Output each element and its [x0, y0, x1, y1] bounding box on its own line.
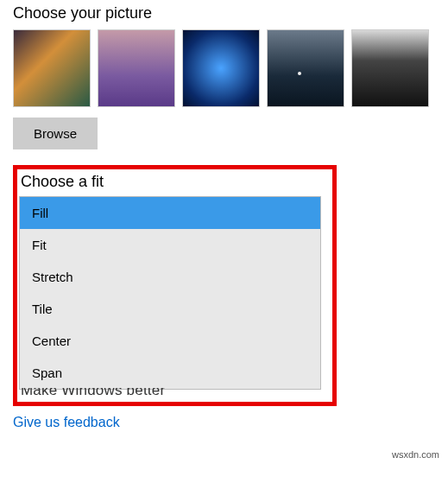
wallpaper-thumb-1[interactable] [13, 29, 91, 107]
watermark-text: wsxdn.com [392, 449, 439, 460]
wallpaper-thumb-2[interactable] [98, 29, 175, 107]
fit-option-fit[interactable]: Fit [20, 229, 320, 261]
fit-section-highlight: Choose a fit Fill Fit Stretch Tile Cente… [13, 165, 337, 406]
feedback-link[interactable]: Give us feedback [13, 415, 120, 430]
fit-option-fill[interactable]: Fill [20, 197, 320, 229]
fit-option-tile[interactable]: Tile [20, 293, 320, 325]
browse-button[interactable]: Browse [13, 118, 98, 149]
wallpaper-thumbnails [13, 29, 435, 107]
fit-option-center[interactable]: Center [20, 325, 320, 357]
choose-picture-title: Choose your picture [13, 4, 435, 22]
wallpaper-thumb-5[interactable] [351, 29, 429, 107]
obscured-heading: Make Windows better [19, 388, 331, 400]
fit-option-span[interactable]: Span [20, 357, 320, 389]
choose-fit-title: Choose a fit [19, 171, 331, 196]
wallpaper-thumb-3[interactable] [182, 29, 260, 107]
fit-option-stretch[interactable]: Stretch [20, 261, 320, 293]
fit-dropdown[interactable]: Fill Fit Stretch Tile Center Span [19, 196, 321, 390]
wallpaper-thumb-4[interactable] [267, 29, 344, 107]
